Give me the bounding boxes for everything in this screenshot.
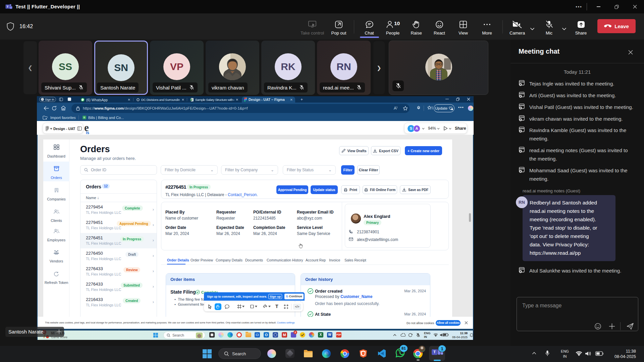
svg-text:T: T bbox=[7, 5, 9, 8]
svg-text:10: 10 bbox=[394, 20, 400, 26]
svg-text:X: X bbox=[191, 99, 192, 101]
